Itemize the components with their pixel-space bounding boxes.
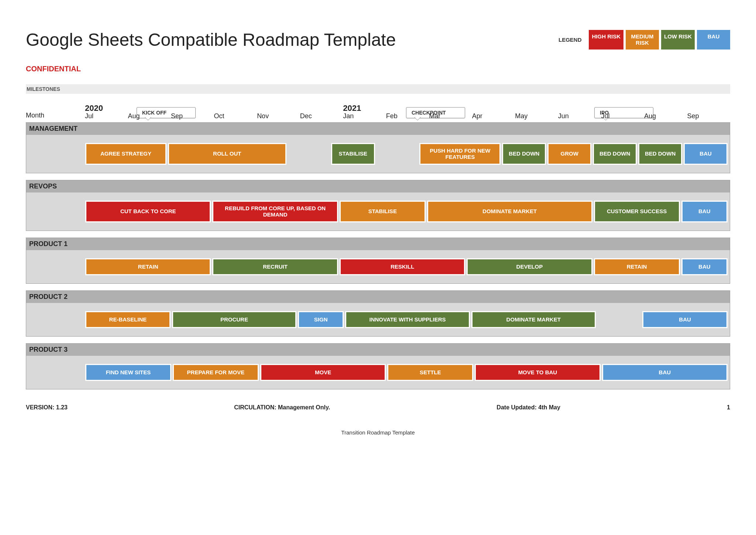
legend-badge: LOW RISK [661,30,695,50]
roadmap-bar: BED DOWN [638,143,682,165]
roadmap-bar: RETAIN [85,258,211,275]
bottom-caption: Transition Roadmap Template [26,429,730,436]
roadmap-bar: STABILISE [340,201,426,222]
date-updated-text: Date Updated: 4th May [496,404,560,411]
month-cell: Feb [386,112,429,120]
roadmap-bar: REBUILD FROM CORE UP, BASED ON DEMAND [212,201,338,222]
roadmap-bar: DOMINATE MARKET [471,311,596,328]
milestones-row: MILESTONES [26,84,730,94]
swimlane-header: MANAGEMENT [26,123,730,135]
footer: VERSION: 1.23 CIRCULATION: Management On… [26,404,730,411]
roadmap-bar: SETTLE [387,364,473,381]
roadmap-bar: STABILISE [331,143,375,165]
month-cell: Apr [472,112,515,120]
roadmap-bar: PUSH HARD FOR NEW FEATURES [419,143,501,165]
roadmap-bar: PROCURE [172,311,296,328]
page-title: Google Sheets Compatible Roadmap Templat… [26,30,396,50]
roadmap-bar [288,143,330,165]
version-text: VERSION: 1.23 [26,404,68,411]
month-cell: Mar [429,112,472,120]
roadmap-bar: RESKILL [340,258,465,275]
roadmap-bar [377,143,418,165]
year-label: 2021 [343,103,361,113]
swimlane: PRODUCT 1RETAINRECRUITRESKILLDEVELOPRETA… [26,238,730,284]
roadmap-bar: RE-BASELINE [85,311,171,328]
roadmap-bar: BAU [602,364,728,381]
month-cell: Jan [343,112,386,120]
month-cell: Aug [128,112,171,120]
month-cell: Dec [300,112,343,120]
month-cell: Sep [171,112,214,120]
roadmap-bar: GROW [547,143,591,165]
roadmap-bar: BAU [681,258,728,275]
month-cell: Jul [85,112,128,120]
month-cell: May [515,112,558,120]
swimlane: PRODUCT 3FIND NEW SITESPREPARE FOR MOVEM… [26,343,730,389]
page-number: 1 [727,404,730,411]
month-cell: Jun [558,112,601,120]
roadmap-bar: BED DOWN [593,143,637,165]
swimlane-header: REVOPS [26,180,730,192]
swimlane-header: PRODUCT 3 [26,344,730,356]
roadmap-bar: BAU [684,143,728,165]
roadmap-bar: MOVE TO BAU [475,364,600,381]
legend: LEGEND HIGH RISKMEDIUM RISKLOW RISKBAU [559,30,730,50]
month-cell: Jul [601,112,644,120]
legend-badge: BAU [697,30,730,50]
swimlane: REVOPSCUT BACK TO COREREBUILD FROM CORE … [26,180,730,231]
roadmap-bar: CUSTOMER SUCCESS [594,201,680,222]
swimlane: PRODUCT 2RE-BASELINEPROCURESIGNINNOVATE … [26,290,730,337]
roadmap-bar: AGREE STRATEGY [85,143,166,165]
month-cell: Nov [257,112,300,120]
header: Google Sheets Compatible Roadmap Templat… [26,30,730,50]
months-row: Month JulAugSepOctNovDecJanFebMarAprMayJ… [26,112,730,120]
roadmap-bar: DOMINATE MARKET [427,201,592,222]
month-cell: Sep [687,112,730,120]
months-row-label: Month [26,112,85,120]
roadmap-bar: BAU [642,311,728,328]
roadmap-bar: CUT BACK TO CORE [85,201,211,222]
roadmap-bar: PREPARE FOR MOVE [173,364,259,381]
roadmap-bar: FIND NEW SITES [85,364,171,381]
legend-label: LEGEND [559,37,582,43]
legend-badge: HIGH RISK [589,30,623,50]
roadmap-bar: DEVELOP [467,258,592,275]
month-cell: Oct [214,112,257,120]
roadmap-bar: RETAIN [594,258,680,275]
roadmap-bar: BED DOWN [502,143,546,165]
swimlane-header: PRODUCT 1 [26,238,730,250]
milestones-label: MILESTONES [26,86,85,92]
swimlane-header: PRODUCT 2 [26,291,730,303]
roadmap-bar: INNOVATE WITH SUPPLIERS [345,311,470,328]
roadmap-bar: ROLL OUT [168,143,286,165]
roadmap-bar: RECRUIT [212,258,338,275]
year-label: 2020 [85,103,103,113]
month-cell: Aug [644,112,687,120]
legend-badge: MEDIUM RISK [626,30,659,50]
timeline: MILESTONES KICK OFFCHECKPOINTIPO Month J… [26,84,730,389]
roadmap-bar: MOVE [260,364,386,381]
roadmap-bar: BAU [681,201,728,222]
roadmap-bar [597,311,641,328]
months-grid: JulAugSepOctNovDecJanFebMarAprMayJunJulA… [85,112,730,120]
circulation-text: CIRCULATION: Management Only. [234,404,330,411]
roadmap-bar: SIGN [298,311,344,328]
swimlane: MANAGEMENTAGREE STRATEGYROLL OUTSTABILIS… [26,122,730,173]
confidential-label: CONFIDENTIAL [26,65,730,73]
